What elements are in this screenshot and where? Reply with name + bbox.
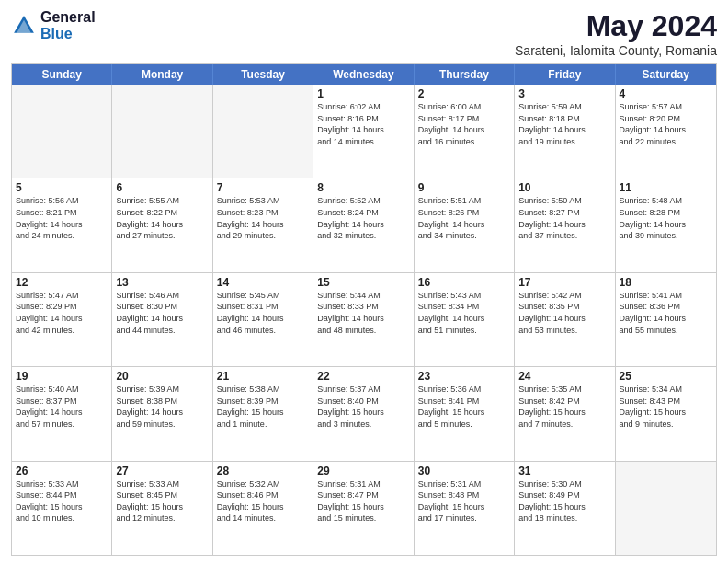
cell-date: 24 [518,370,610,383]
cell-date: 14 [217,276,309,289]
cell-info: Sunrise: 5:50 AMSunset: 8:27 PMDaylight:… [518,195,610,241]
cell-date: 21 [217,370,309,383]
calendar-cell: 9Sunrise: 5:51 AMSunset: 8:26 PMDaylight… [415,178,515,271]
cell-date: 9 [418,181,510,194]
calendar-cell: 22Sunrise: 5:37 AMSunset: 8:40 PMDayligh… [313,367,414,460]
cell-date: 18 [620,276,712,289]
cell-date: 22 [317,370,409,383]
calendar-cell: 21Sunrise: 5:38 AMSunset: 8:39 PMDayligh… [213,367,313,460]
logo-blue: Blue [40,26,96,42]
logo-general: General [40,9,96,26]
cell-info: Sunrise: 5:33 AMSunset: 8:44 PMDaylight:… [16,478,108,524]
calendar-cell: 2Sunrise: 6:00 AMSunset: 8:17 PMDaylight… [415,85,515,178]
cell-info: Sunrise: 5:38 AMSunset: 8:39 PMDaylight:… [217,384,309,430]
calendar-cell: 17Sunrise: 5:42 AMSunset: 8:35 PMDayligh… [515,273,615,366]
calendar-cell: 13Sunrise: 5:46 AMSunset: 8:30 PMDayligh… [112,273,212,366]
logo: General Blue [11,9,96,41]
calendar-cell: 27Sunrise: 5:33 AMSunset: 8:45 PMDayligh… [112,462,212,555]
calendar-cell: 18Sunrise: 5:41 AMSunset: 8:36 PMDayligh… [616,273,716,366]
calendar-cell: 10Sunrise: 5:50 AMSunset: 8:27 PMDayligh… [515,178,615,271]
calendar-cell: 8Sunrise: 5:52 AMSunset: 8:24 PMDaylight… [313,178,414,271]
day-header-saturday: Saturday [616,64,716,85]
cell-date: 11 [620,181,712,194]
cell-info: Sunrise: 5:52 AMSunset: 8:24 PMDaylight:… [317,195,409,241]
cell-date: 30 [418,465,510,477]
cell-date: 28 [217,465,309,477]
cell-date: 10 [518,181,610,194]
calendar-cell: 12Sunrise: 5:47 AMSunset: 8:29 PMDayligh… [12,273,112,366]
cell-info: Sunrise: 5:55 AMSunset: 8:22 PMDaylight:… [116,195,208,241]
cell-info: Sunrise: 5:34 AMSunset: 8:43 PMDaylight:… [620,384,712,430]
cell-date: 29 [317,465,409,477]
cell-info: Sunrise: 5:42 AMSunset: 8:35 PMDaylight:… [518,290,610,336]
calendar-cell: 23Sunrise: 5:36 AMSunset: 8:41 PMDayligh… [415,367,515,460]
calendar-cell: 6Sunrise: 5:55 AMSunset: 8:22 PMDaylight… [112,178,212,271]
cell-date: 17 [518,276,610,289]
calendar-row-3: 19Sunrise: 5:40 AMSunset: 8:37 PMDayligh… [12,367,716,461]
cell-info: Sunrise: 5:51 AMSunset: 8:26 PMDaylight:… [418,195,510,241]
calendar-cell: 24Sunrise: 5:35 AMSunset: 8:42 PMDayligh… [515,367,615,460]
cell-info: Sunrise: 5:39 AMSunset: 8:38 PMDaylight:… [116,384,208,430]
cell-info: Sunrise: 5:37 AMSunset: 8:40 PMDaylight:… [317,384,409,430]
calendar-cell: 26Sunrise: 5:33 AMSunset: 8:44 PMDayligh… [12,462,112,555]
calendar-cell: 28Sunrise: 5:32 AMSunset: 8:46 PMDayligh… [213,462,313,555]
cell-info: Sunrise: 5:41 AMSunset: 8:36 PMDaylight:… [620,290,712,336]
calendar-cell: 29Sunrise: 5:31 AMSunset: 8:47 PMDayligh… [313,462,414,555]
cell-info: Sunrise: 6:00 AMSunset: 8:17 PMDaylight:… [418,101,510,147]
cell-date: 7 [217,181,309,194]
cell-info: Sunrise: 5:44 AMSunset: 8:33 PMDaylight:… [317,290,409,336]
calendar-cell: 7Sunrise: 5:53 AMSunset: 8:23 PMDaylight… [213,178,313,271]
calendar-cell [213,85,313,178]
cell-info: Sunrise: 5:31 AMSunset: 8:47 PMDaylight:… [317,478,409,524]
cell-date: 19 [16,370,108,383]
day-header-sunday: Sunday [12,64,112,85]
calendar-cell: 14Sunrise: 5:45 AMSunset: 8:31 PMDayligh… [213,273,313,366]
cell-date: 4 [620,87,712,100]
calendar-row-1: 5Sunrise: 5:56 AMSunset: 8:21 PMDaylight… [12,178,716,272]
calendar-cell [112,85,212,178]
cell-info: Sunrise: 5:57 AMSunset: 8:20 PMDaylight:… [620,101,712,147]
header: General Blue May 2024 Sarateni, Ialomita… [11,9,717,58]
calendar-cell: 1Sunrise: 6:02 AMSunset: 8:16 PMDaylight… [313,85,414,178]
cell-date: 13 [116,276,208,289]
cell-info: Sunrise: 6:02 AMSunset: 8:16 PMDaylight:… [317,101,409,147]
main-title: May 2024 [515,9,717,43]
calendar-cell: 20Sunrise: 5:39 AMSunset: 8:38 PMDayligh… [112,367,212,460]
cell-date: 26 [16,465,108,477]
calendar-cell: 31Sunrise: 5:30 AMSunset: 8:49 PMDayligh… [515,462,615,555]
calendar-cell: 5Sunrise: 5:56 AMSunset: 8:21 PMDaylight… [12,178,112,271]
cell-date: 27 [116,465,208,477]
cell-info: Sunrise: 5:33 AMSunset: 8:45 PMDaylight:… [116,478,208,524]
cell-info: Sunrise: 5:48 AMSunset: 8:28 PMDaylight:… [620,195,712,241]
cell-info: Sunrise: 5:35 AMSunset: 8:42 PMDaylight:… [518,384,610,430]
cell-info: Sunrise: 5:31 AMSunset: 8:48 PMDaylight:… [418,478,510,524]
cell-info: Sunrise: 5:40 AMSunset: 8:37 PMDaylight:… [16,384,108,430]
cell-date: 23 [418,370,510,383]
calendar-cell: 16Sunrise: 5:43 AMSunset: 8:34 PMDayligh… [415,273,515,366]
cell-date: 3 [518,87,610,100]
subtitle: Sarateni, Ialomita County, Romania [515,43,717,58]
cell-info: Sunrise: 5:43 AMSunset: 8:34 PMDaylight:… [418,290,510,336]
cell-info: Sunrise: 5:30 AMSunset: 8:49 PMDaylight:… [518,478,610,524]
calendar-row-0: 1Sunrise: 6:02 AMSunset: 8:16 PMDaylight… [12,85,716,178]
calendar-cell: 19Sunrise: 5:40 AMSunset: 8:37 PMDayligh… [12,367,112,460]
calendar-cell: 25Sunrise: 5:34 AMSunset: 8:43 PMDayligh… [616,367,716,460]
calendar-cell: 4Sunrise: 5:57 AMSunset: 8:20 PMDaylight… [616,85,716,178]
calendar-cell: 3Sunrise: 5:59 AMSunset: 8:18 PMDaylight… [515,85,615,178]
cell-date: 6 [116,181,208,194]
cell-date: 20 [116,370,208,383]
calendar-rows: 1Sunrise: 6:02 AMSunset: 8:16 PMDaylight… [12,85,716,555]
cell-date: 8 [317,181,409,194]
cell-date: 15 [317,276,409,289]
calendar-cell: 11Sunrise: 5:48 AMSunset: 8:28 PMDayligh… [616,178,716,271]
calendar-cell [616,462,716,555]
calendar-grid: SundayMondayTuesdayWednesdayThursdayFrid… [11,63,717,556]
cell-info: Sunrise: 5:53 AMSunset: 8:23 PMDaylight:… [217,195,309,241]
cell-date: 2 [418,87,510,100]
cell-info: Sunrise: 5:32 AMSunset: 8:46 PMDaylight:… [217,478,309,524]
cell-info: Sunrise: 5:36 AMSunset: 8:41 PMDaylight:… [418,384,510,430]
day-header-thursday: Thursday [415,64,515,85]
day-headers: SundayMondayTuesdayWednesdayThursdayFrid… [12,64,716,85]
page: General Blue May 2024 Sarateni, Ialomita… [0,0,728,563]
logo-icon [11,13,37,39]
